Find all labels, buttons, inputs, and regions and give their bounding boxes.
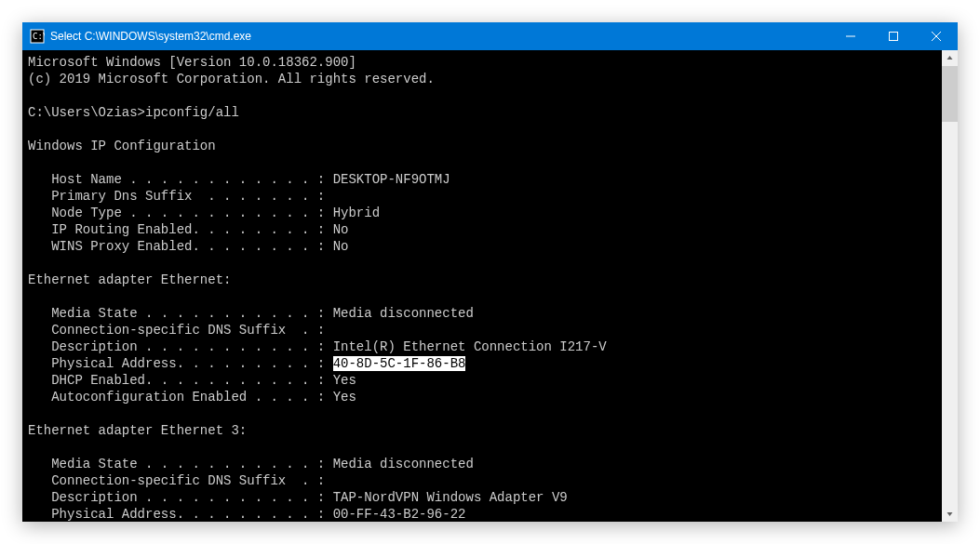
terminal-line: Description . . . . . . . . . . . : Inte…	[28, 339, 607, 354]
terminal-line: Primary Dns Suffix . . . . . . . :	[28, 189, 325, 204]
terminal-line: Node Type . . . . . . . . . . . . : Hybr…	[28, 206, 380, 220]
scrollbar-track[interactable]	[942, 66, 958, 506]
svg-marker-6	[947, 56, 953, 60]
terminal-line: Connection-specific DNS Suffix . :	[28, 473, 325, 488]
terminal-line: WINS Proxy Enabled. . . . . . . . : No	[28, 239, 348, 254]
content-wrapper: Microsoft Windows [Version 10.0.18362.90…	[22, 50, 958, 522]
svg-text:C:\: C:\	[33, 32, 45, 41]
close-button[interactable]	[915, 22, 958, 50]
terminal-line: DHCP Enabled. . . . . . . . . . . : Yes	[28, 373, 356, 388]
titlebar[interactable]: C:\ Select C:\WINDOWS\system32\cmd.exe	[22, 22, 958, 50]
terminal-line: Media State . . . . . . . . . . . : Medi…	[28, 457, 474, 471]
terminal-line: Physical Address. . . . . . . . . : 00-F…	[28, 507, 465, 522]
vertical-scrollbar[interactable]	[942, 50, 958, 522]
terminal-line: Microsoft Windows [Version 10.0.18362.90…	[28, 55, 356, 70]
terminal-line: Host Name . . . . . . . . . . . . : DESK…	[28, 172, 450, 187]
svg-marker-7	[947, 512, 953, 516]
terminal-line: (c) 2019 Microsoft Corporation. All righ…	[28, 72, 435, 86]
scrollbar-thumb[interactable]	[942, 66, 958, 122]
terminal-line: Description . . . . . . . . . . . : TAP-…	[28, 490, 568, 505]
scrollbar-down-button[interactable]	[942, 506, 958, 522]
terminal-line-label: Physical Address. . . . . . . . . :	[28, 356, 333, 371]
terminal-line: Media State . . . . . . . . . . . : Medi…	[28, 306, 474, 321]
terminal-output[interactable]: Microsoft Windows [Version 10.0.18362.90…	[22, 50, 942, 522]
titlebar-controls	[829, 22, 958, 50]
maximize-button[interactable]	[872, 22, 915, 50]
terminal-line: Autoconfiguration Enabled . . . . : Yes	[28, 390, 356, 405]
terminal-line: Connection-specific DNS Suffix . :	[28, 323, 325, 338]
terminal-section-header: Ethernet adapter Ethernet:	[28, 272, 231, 287]
cmd-icon: C:\	[30, 29, 45, 44]
titlebar-text: Select C:\WINDOWS\system32\cmd.exe	[50, 30, 829, 43]
cmd-window: C:\ Select C:\WINDOWS\system32\cmd.exe M…	[22, 22, 958, 522]
scrollbar-up-button[interactable]	[942, 50, 958, 66]
minimize-button[interactable]	[829, 22, 872, 50]
highlighted-mac-address: 40-8D-5C-1F-86-B8	[333, 356, 466, 371]
terminal-section-header: Ethernet adapter Ethernet 3:	[28, 423, 247, 438]
svg-rect-3	[890, 33, 898, 41]
terminal-prompt-line: C:\Users\Ozias>ipconfig/all	[28, 105, 239, 120]
terminal-line: IP Routing Enabled. . . . . . . . : No	[28, 222, 348, 237]
terminal-section-header: Windows IP Configuration	[28, 139, 216, 153]
